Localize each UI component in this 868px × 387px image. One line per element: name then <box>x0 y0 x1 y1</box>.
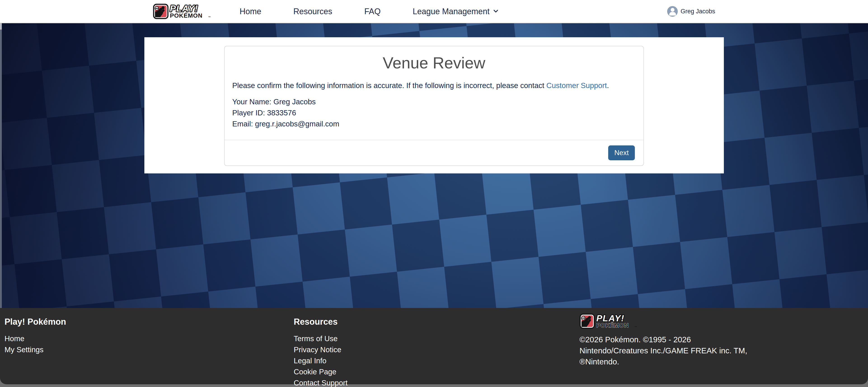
footer-column-brand: PLAY! POKÉMON ™ ©2026 Pokémon. ©1995 - 2… <box>580 313 747 367</box>
footer-link-my-settings[interactable]: My Settings <box>4 344 66 355</box>
footer-column-resources: Resources Terms of Use Privacy Notice Le… <box>294 317 347 387</box>
footer-link-legal-info[interactable]: Legal Info <box>294 355 347 366</box>
user-menu[interactable]: Greg Jacobs <box>667 6 715 17</box>
navbar-container: PLAY! POKÉMON ™ Home Resources FAQ Leagu… <box>144 0 724 23</box>
nav-resources[interactable]: Resources <box>293 7 332 16</box>
player-name-line: Your Name: Greg Jacobs <box>232 96 636 107</box>
pokeball-icon <box>155 6 159 10</box>
next-button[interactable]: Next <box>608 146 635 160</box>
footer-link-cookie-page[interactable]: Cookie Page <box>294 366 347 377</box>
svg-text:POKÉMON: POKÉMON <box>170 12 203 19</box>
footer-link-home[interactable]: Home <box>4 333 66 344</box>
player-email-line: Email: greg.r.jacobs@gmail.com <box>232 118 636 129</box>
copyright-line-2: Nintendo/Creatures Inc./GAME FREAK inc. … <box>580 345 747 356</box>
nav-home[interactable]: Home <box>240 7 261 16</box>
svg-text:POKÉMON: POKÉMON <box>596 322 629 329</box>
play-pokemon-logo-icon: PLAY! POKÉMON ™ <box>153 4 220 19</box>
copyright-text: ©2026 Pokémon. ©1995 - 2026 Nintendo/Cre… <box>580 334 747 367</box>
footer-link-terms-of-use[interactable]: Terms of Use <box>294 333 347 344</box>
copyright-line-1: ©2026 Pokémon. ©1995 - 2026 <box>580 334 747 345</box>
play-pokemon-logo-icon: PLAY! POKÉMON ™ <box>580 313 646 329</box>
footer-column-play-pokemon: Play! Pokémon Home My Settings <box>4 317 66 355</box>
nav-faq[interactable]: FAQ <box>364 7 381 16</box>
intro-prefix: Please confirm the following information… <box>232 81 546 90</box>
venue-review-card: Venue Review Please confirm the followin… <box>224 46 644 166</box>
svg-text:PLAY!: PLAY! <box>170 4 198 13</box>
player-id-line: Player ID: 3833576 <box>232 107 636 118</box>
content-panel: Venue Review Please confirm the followin… <box>144 37 724 173</box>
footer-heading-resources: Resources <box>294 317 347 327</box>
left-edge-strip <box>0 23 2 308</box>
intro-suffix: . <box>607 81 609 90</box>
page: PLAY! POKÉMON ™ Home Resources FAQ Leagu… <box>0 0 868 387</box>
top-navbar: PLAY! POKÉMON ™ Home Resources FAQ Leagu… <box>0 0 868 23</box>
svg-text:™: ™ <box>208 16 211 19</box>
footer-heading-play-pokemon: Play! Pokémon <box>4 317 66 327</box>
footer-wrap: Play! Pokémon Home My Settings Resources… <box>0 308 868 387</box>
bottom-strip <box>0 384 868 387</box>
user-avatar-icon <box>667 6 678 17</box>
intro-text: Please confirm the following information… <box>232 81 636 90</box>
footer-link-contact-support[interactable]: Contact Support <box>294 377 347 387</box>
page-footer: Play! Pokémon Home My Settings Resources… <box>0 308 868 384</box>
pokeball-icon <box>581 316 585 320</box>
nav-league-management-label: League Management <box>413 7 490 16</box>
play-pokemon-logo[interactable]: PLAY! POKÉMON ™ <box>153 4 220 19</box>
svg-text:™: ™ <box>634 326 637 328</box>
player-info: Your Name: Greg Jacobs Player ID: 383357… <box>232 96 636 129</box>
nav-league-management[interactable]: League Management <box>413 7 497 16</box>
copyright-line-3: ®Nintendo. <box>580 356 747 367</box>
footer-logo: PLAY! POKÉMON ™ <box>580 313 747 329</box>
card-footer: Next <box>224 140 644 165</box>
page-title: Venue Review <box>224 54 644 72</box>
footer-link-privacy-notice[interactable]: Privacy Notice <box>294 344 347 355</box>
customer-support-link[interactable]: Customer Support <box>546 81 607 90</box>
main-nav: Home Resources FAQ League Management <box>240 7 497 16</box>
hero-background: Venue Review Please confirm the followin… <box>0 23 868 308</box>
chevron-down-icon <box>493 8 498 13</box>
user-name: Greg Jacobs <box>680 8 715 15</box>
